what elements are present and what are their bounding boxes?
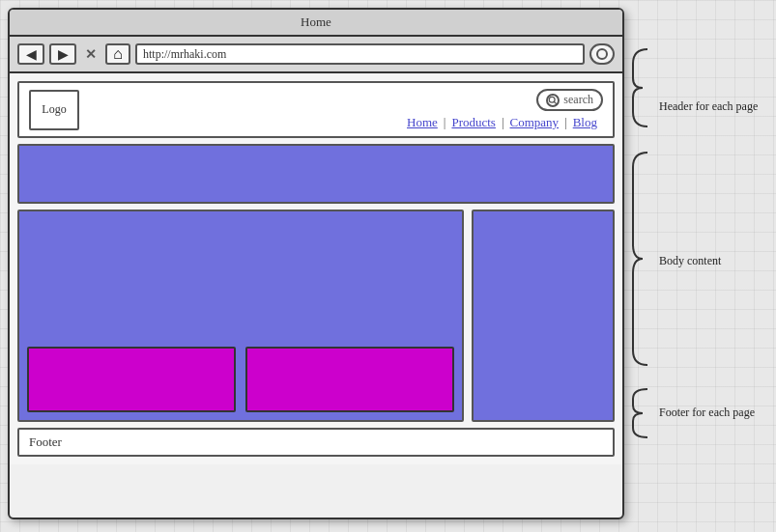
browser-title: Home xyxy=(301,14,331,30)
site-header: Logo search Home | Products | xyxy=(17,81,615,138)
svg-line-2 xyxy=(555,101,558,104)
go-button[interactable] xyxy=(589,43,615,65)
browser-window: Home ◀ ▶ ✕ ⌂ Logo xyxy=(8,8,624,519)
back-button[interactable]: ◀ xyxy=(17,43,44,65)
browser-titlebar: Home xyxy=(10,10,622,37)
content-block-1 xyxy=(27,347,236,412)
svg-point-0 xyxy=(597,49,607,59)
header-brace xyxy=(628,44,657,131)
content-block-2 xyxy=(245,347,454,412)
search-icon xyxy=(546,94,560,107)
footer-annotation-label: Footer for each page xyxy=(659,406,755,420)
search-box[interactable]: search xyxy=(536,89,603,111)
nav-home[interactable]: Home xyxy=(401,115,444,130)
sidebar-content xyxy=(472,210,615,422)
browser-content: Logo search Home | Products | xyxy=(10,73,622,464)
forward-button[interactable]: ▶ xyxy=(49,43,76,65)
logo-box: Logo xyxy=(29,90,79,130)
nav-search-area: search Home | Products | Company | Blog xyxy=(401,89,603,130)
url-bar[interactable] xyxy=(135,43,585,65)
footer-text: Footer xyxy=(29,434,62,450)
header-annotation-label: Header for each page xyxy=(659,99,758,114)
home-button[interactable]: ⌂ xyxy=(105,43,130,65)
nav-links: Home | Products | Company | Blog xyxy=(401,115,603,130)
nav-company[interactable]: Company xyxy=(504,115,565,130)
close-button[interactable]: ✕ xyxy=(81,46,101,63)
content-blocks-row xyxy=(27,347,454,412)
footer-brace xyxy=(628,384,657,442)
nav-products[interactable]: Products xyxy=(445,115,502,130)
logo-label: Logo xyxy=(42,102,66,117)
annotations: Header for each page Body content Footer… xyxy=(628,8,771,519)
main-content xyxy=(17,210,464,422)
hero-banner xyxy=(17,144,615,204)
search-label: search xyxy=(563,93,593,107)
body-brace xyxy=(628,148,657,370)
nav-blog[interactable]: Blog xyxy=(567,115,603,130)
body-annotation-label: Body content xyxy=(659,254,721,268)
browser-toolbar: ◀ ▶ ✕ ⌂ xyxy=(10,37,622,73)
site-footer: Footer xyxy=(17,428,615,457)
body-section xyxy=(17,210,615,422)
